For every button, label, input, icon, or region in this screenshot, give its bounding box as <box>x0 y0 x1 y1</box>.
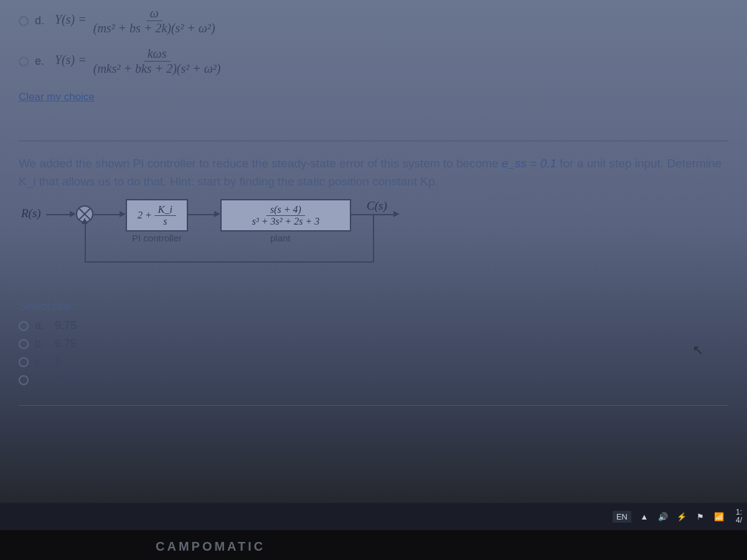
arrow-1 <box>93 214 121 215</box>
clear-choice-link[interactable]: Clear my choice <box>19 91 95 103</box>
flag-icon[interactable]: ⚑ <box>695 511 706 522</box>
radio-c[interactable] <box>19 357 29 367</box>
option-letter: e. <box>35 55 50 68</box>
arrow-head-up-icon <box>82 218 88 224</box>
q2-options: Select one: a. 9.75 b. 6.75 c. 9 d. 13.5 <box>19 300 728 386</box>
arrow-head-icon <box>393 211 400 217</box>
sound-icon[interactable]: 🔊 <box>657 511 669 522</box>
q1-option-e[interactable]: e. Y(s) = kωs (mks² + bks + 2)(s² + ω²) <box>19 47 728 76</box>
fb-h <box>85 261 374 263</box>
q2-option-c[interactable]: c. 9 <box>19 355 728 368</box>
taskbar: EN ▲ 🔊 ⚡ ⚑ 📶 1: 4/ <box>0 503 747 530</box>
block-diagram: R(s) 2 + K_i s PI controller s(s + 4) s³… <box>21 202 728 282</box>
language-indicator[interactable]: EN <box>613 511 631 523</box>
q2-text: We added the shown PI controller to redu… <box>19 155 728 190</box>
question-2: We added the shown PI controller to redu… <box>19 141 728 406</box>
radio-a[interactable] <box>19 321 29 331</box>
input-label: R(s) <box>21 207 41 220</box>
arrow-head-icon <box>120 211 126 217</box>
radio-b[interactable] <box>19 339 29 349</box>
clock[interactable]: 1: 4/ <box>736 508 742 525</box>
arrow-in <box>46 214 71 215</box>
battery-icon[interactable]: ⚡ <box>676 511 687 522</box>
arrow-head-icon <box>214 211 220 217</box>
arrow-2 <box>188 214 215 215</box>
network-icon[interactable]: 📶 <box>713 511 725 522</box>
q2-option-d[interactable]: d. 13.5 <box>19 373 728 386</box>
quiz-content: d. Y(s) = ω (ms² + bs + 2k)(s² + ω²) e. … <box>0 0 747 412</box>
arrow-head-icon <box>70 211 76 217</box>
cursor-icon: ↖ <box>692 342 703 358</box>
plant-label: plant <box>270 233 291 243</box>
option-letter: d. <box>35 14 50 27</box>
radio-e[interactable] <box>19 57 29 67</box>
plant-block: s(s + 4) s³ + 3s² + 2s + 3 <box>220 199 351 231</box>
pi-block: 2 + K_i s <box>126 199 188 231</box>
q1-option-d[interactable]: d. Y(s) = ω (ms² + bs + 2k)(s² + ω²) <box>19 6 728 35</box>
tray-up-icon[interactable]: ▲ <box>639 511 650 522</box>
fb-v1 <box>373 214 374 263</box>
brand-logo: CAMPOMATIC <box>156 539 265 554</box>
laptop-bezel <box>0 530 747 560</box>
radio-d[interactable] <box>19 16 29 26</box>
q2-option-a[interactable]: a. 9.75 <box>19 319 728 332</box>
formula-d: Y(s) = ω (ms² + bs + 2k)(s² + ω²) <box>55 6 219 35</box>
q2-option-b[interactable]: b. 6.75 <box>19 337 728 350</box>
formula-e: Y(s) = kωs (mks² + bks + 2)(s² + ω²) <box>55 47 225 76</box>
select-one-label: Select one: <box>19 300 728 313</box>
output-label: C(s) <box>367 199 387 213</box>
pi-label: PI controller <box>132 233 182 243</box>
fb-v2 <box>85 223 86 263</box>
radio-d2[interactable] <box>19 375 29 385</box>
